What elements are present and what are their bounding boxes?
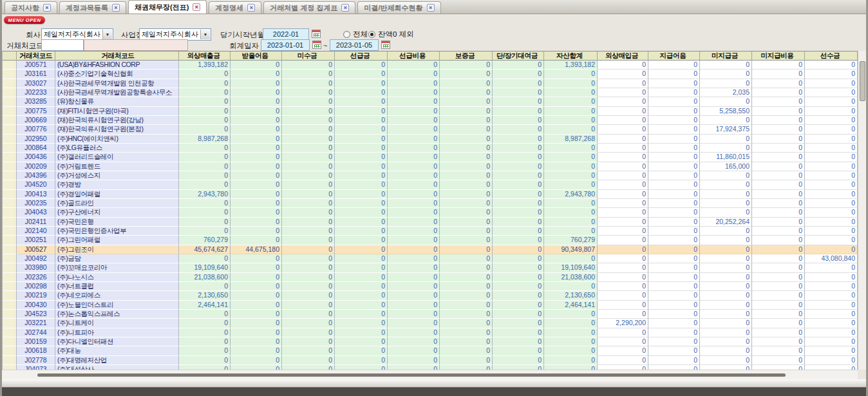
cell-amount: 0 [282,88,335,97]
table-row[interactable]: J02950(주)HNC(에이치앤씨)8,987,2680000008,987,… [3,135,858,144]
date-from-input[interactable]: 2023-01-01 [261,39,310,51]
tab-3[interactable]: 채권채무장(전표)× [128,0,207,14]
table-row[interactable]: J00571(USA)BY&HFASHION CORP1,393,1820000… [3,61,858,70]
table-row[interactable]: J00492(주)금담00000000000043,080,840 [3,254,858,263]
table-row[interactable]: J00235(주)골드라인0000000000000 [3,199,858,208]
period-start-input[interactable]: 2022-01 [263,28,309,40]
table-row[interactable]: J00219(주)네오피에스2,130,6500000002,130,65000… [3,291,858,300]
table-row[interactable]: J03980(주)꼬매요코리아19,109,64000000019,109,64… [3,263,858,272]
table-row[interactable]: J02411(주)국민은행000000000020,252,26400 [3,218,858,227]
cell-amount: 0 [493,153,544,162]
table-row[interactable]: J00527(주)그린조이45,674,62744,675,1800000090… [3,245,858,254]
cell-amount: 0 [388,199,440,208]
table-row[interactable]: J00775(재)FITI시험연구원(마곡)00000000005,258,55… [3,107,858,116]
table-row[interactable]: J02326(주)나노시스21,038,60000000021,038,6000… [3,273,858,282]
date-to-input[interactable]: 2023-01-05 [330,39,379,51]
column-header-seongeupbiyong[interactable]: 선급비용 [388,52,440,61]
cell-amount: 0 [335,245,388,254]
tab-6[interactable]: 미결/반제회수현황× [357,1,440,14]
cell-amount: 0 [388,70,440,79]
tab-4[interactable]: 계정명세× [209,1,261,14]
cell-amount: 0 [648,162,700,171]
table-row[interactable]: J00251(주)그린어패럴760,279000000760,27900000 [3,236,858,245]
column-header-name[interactable]: 거래처코드 [55,52,179,61]
table-row[interactable]: J00776(재)한국의류시험연구원(본점)000000000017,924,3… [3,125,858,134]
column-header-code[interactable]: 거래처코드 [17,52,55,61]
table-row[interactable]: J03161(사)중소기업기술혁신협회0000000000000 [3,70,858,79]
table-row[interactable]: J00669(재)한국의류시험연구원(강남)0000000000000 [3,116,858,125]
column-header-loans[interactable]: 단/장기대여금 [493,52,544,61]
table-row[interactable]: J02140(주)국민은행인증사업부0000000000000 [3,227,858,236]
calendar-icon[interactable] [312,30,321,38]
cell-amount: 0 [700,263,752,272]
table-row[interactable]: J00209(주)거림트렌드0000000000165,00000 [3,162,858,171]
column-header-ar[interactable]: 외상매출금 [179,52,231,61]
cell-amount: 0 [805,88,858,97]
column-header-asset-total[interactable]: 자산합계 [544,52,598,61]
menu-open-button[interactable]: MENU OPEN [4,16,45,24]
column-header-notes-payable[interactable]: 지급어음 [648,52,700,61]
horizontal-scrollbar[interactable] [2,370,858,379]
cell-amount: 2,290,200 [598,319,648,328]
column-header-mijigeupbiyong[interactable]: 미지급비용 [752,52,805,61]
tab-5[interactable]: 거래처별 계정 집계표× [263,1,355,14]
table-row[interactable]: J02778(주)대명레저산업0000000000000 [3,356,858,365]
tab-close-icon[interactable]: × [112,4,120,12]
cell-name: (재)FITI시험연구원(마곡) [55,107,179,116]
cell-amount: 0 [700,282,752,291]
cell-amount: 0 [179,180,231,189]
column-header-bojeunggeum[interactable]: 보증금 [440,52,493,61]
tab-close-icon[interactable]: × [193,3,200,11]
column-header-notes-receivable[interactable]: 받을어음 [231,52,282,61]
table-row[interactable]: J00298(주)너트클럽0000000000000 [3,282,858,291]
cell-amount: 0 [700,319,752,328]
column-header-indicator[interactable] [3,52,17,61]
tab-close-icon[interactable]: × [427,4,435,12]
tab-close-icon[interactable]: × [43,4,51,12]
table-row[interactable]: J02744(주)니트피아0000000000000 [3,328,858,337]
tab-2[interactable]: 계정과목등록× [59,1,126,14]
column-header-misugeum[interactable]: 미수금 [282,52,335,61]
customer-code-input[interactable] [41,39,84,51]
cell-code: J00159 [17,337,55,346]
calendar-icon[interactable] [312,41,321,49]
tab-close-icon[interactable]: × [247,4,255,12]
column-header-mijigeupgeum[interactable]: 미지급금 [700,52,752,61]
chevron-down-icon[interactable]: ▼ [200,30,210,39]
cell-amount: 5,258,550 [700,107,752,116]
cell-amount: 0 [282,135,335,144]
table-row[interactable]: J02233(사)한국관세무역개발원공항특송사무소00000000002,035… [3,88,858,97]
table-row[interactable]: J04073(주)대성상사0000000000000 [3,365,858,370]
table-row[interactable]: J04523(주)논스톱익스프레스0000000000000 [3,310,858,319]
table-row[interactable]: J00413(주)경일어패럴2,943,7800000002,943,78000… [3,190,858,199]
table-row[interactable]: J00618(주)대농0000000000000 [3,346,858,355]
table-row[interactable]: J00159(주)다니엘인터패션0000000000000 [3,337,858,346]
table-row[interactable]: J04396(주)거성에스지0000000000000 [3,171,858,180]
vertical-scrollbar-thumb[interactable] [860,61,865,101]
radio-all[interactable]: 전체 [343,30,368,39]
table-row[interactable]: J03221(주)니트케이000000002,290,2000000 [3,319,858,328]
table-row[interactable]: J03027(사)한국관세무역개발원 인천공항0000000000000 [3,79,858,88]
table-row[interactable]: J04520(주)경방0000000000000 [3,180,858,189]
table-row[interactable]: J03285(유)창신물류0000000000000 [3,97,858,106]
column-header-seonsugeum[interactable]: 선수금 [805,52,858,61]
radio-exclude-zero[interactable]: 잔액0 제외 [368,30,414,39]
chevron-down-icon[interactable]: ▼ [102,30,112,39]
table-row[interactable]: J00436(주)갤러리드슬레이000000000011,860,01500 [3,153,858,162]
cell-amount: 0 [440,365,493,370]
column-header-ap[interactable]: 외상매입금 [598,52,648,61]
cell-amount: 0 [598,153,648,162]
horizontal-scrollbar-thumb[interactable] [37,373,786,377]
column-header-seongeupgeum[interactable]: 선급금 [335,52,388,61]
tab-1[interactable]: 공지사항× [5,1,57,14]
cell-amount: 0 [700,291,752,300]
table-row[interactable]: J04043(주)구산에너지0000000000000 [3,208,858,217]
calendar-icon[interactable] [381,41,390,49]
cell-amount: 0 [231,107,282,116]
table-row[interactable]: J00430(주)노블인더스트리2,464,1410000002,464,141… [3,301,858,310]
cell-amount: 0 [493,365,544,370]
tab-close-icon[interactable]: × [341,4,349,12]
vertical-scrollbar[interactable] [858,51,866,370]
cell-amount: 0 [598,70,648,79]
table-row[interactable]: J00864(주)LG유플러스0000000000000 [3,144,858,153]
